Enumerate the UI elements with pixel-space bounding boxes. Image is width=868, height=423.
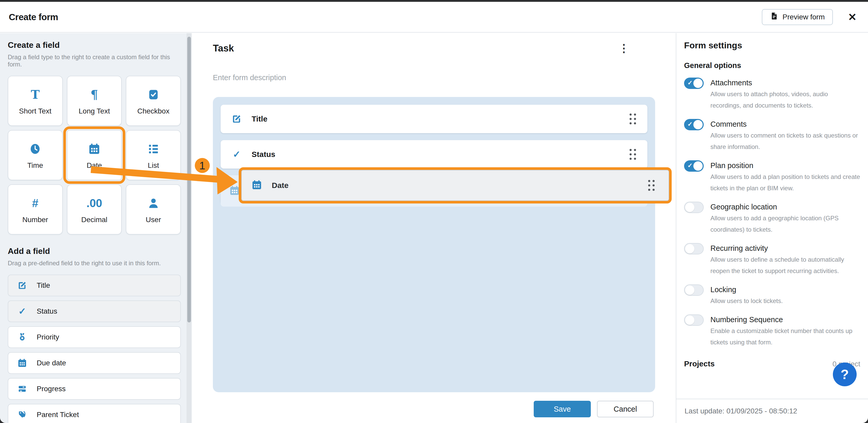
option-plan-position: ✓ Plan position Allow users to add a pla… <box>684 160 860 194</box>
close-icon[interactable]: ✕ <box>848 12 857 22</box>
option-comments: ✓ Comments Allow users to comment on tic… <box>684 119 860 152</box>
form-description-input[interactable]: Enter form description <box>213 74 676 82</box>
cancel-button[interactable]: Cancel <box>597 401 654 417</box>
add-field-title: Add a field <box>8 246 181 256</box>
check-icon: ✓ <box>17 307 27 316</box>
list-icon <box>148 141 159 157</box>
predefined-field-progress[interactable]: Progress <box>8 378 181 400</box>
checkbox-icon <box>148 86 159 103</box>
field-type-long-text[interactable]: ¶ Long Text <box>67 76 122 126</box>
check-icon: ✓ <box>231 150 242 159</box>
field-type-checkbox[interactable]: Checkbox <box>126 76 181 126</box>
field-type-time[interactable]: Time <box>8 130 63 180</box>
paragraph-icon: ¶ <box>90 86 98 103</box>
form-settings-panel: Form settings General options ✓ Attachme… <box>676 33 868 423</box>
create-field-title: Create a field <box>8 40 181 50</box>
field-type-grid: T Short Text ¶ Long Text Checkbox Time <box>8 76 181 234</box>
field-type-short-text[interactable]: T Short Text <box>8 76 63 126</box>
form-settings-title: Form settings <box>684 40 860 50</box>
field-type-number[interactable]: # Number <box>8 185 63 234</box>
form-name-input[interactable]: Task <box>213 43 234 54</box>
field-palette-sidebar: Create a field Drag a field type to the … <box>0 33 192 423</box>
create-form-dialog: Create form Preview form ✕ Create a fiel… <box>0 2 868 423</box>
geographic-location-toggle[interactable] <box>684 202 704 213</box>
edit-icon <box>231 114 242 124</box>
dragged-date-field[interactable]: Date <box>239 167 672 203</box>
sidebar-scrollbar-thumb[interactable] <box>187 37 191 322</box>
option-recurring-activity: Recurring activity Allow users to define… <box>684 243 860 277</box>
drag-handle-icon[interactable] <box>648 180 655 191</box>
panel-divider <box>676 399 868 399</box>
document-icon <box>770 12 778 22</box>
dialog-header: Create form Preview form ✕ <box>0 2 868 33</box>
add-field-description: Drag a pre-defined field to the right to… <box>8 260 181 267</box>
predefined-field-parent-ticket[interactable]: Parent Ticket <box>8 404 181 423</box>
projects-label: Projects <box>684 359 715 368</box>
option-numbering-sequence: Numbering Sequence Enable a customizable… <box>684 314 860 348</box>
hash-icon: # <box>32 195 38 212</box>
form-canvas: Task ⋮ Enter form description Title ✓ St… <box>192 33 676 423</box>
drag-handle-icon[interactable] <box>629 149 636 160</box>
form-row-status[interactable]: ✓ Status <box>221 140 647 169</box>
option-attachments: ✓ Attachments Allow users to attach phot… <box>684 78 860 111</box>
progress-icon <box>17 384 27 394</box>
predefined-field-priority[interactable]: Priority <box>8 326 181 348</box>
option-locking: Locking Allow users to lock tickets. <box>684 284 860 307</box>
preview-form-label: Preview form <box>782 13 825 21</box>
clock-icon <box>29 141 41 157</box>
tag-icon <box>17 410 27 419</box>
field-type-decimal[interactable]: .00 Decimal <box>67 185 122 234</box>
decimal-icon: .00 <box>86 195 102 212</box>
predefined-field-due-date[interactable]: Due date <box>8 352 181 374</box>
create-field-description: Drag a field type to the right to create… <box>8 54 181 68</box>
save-button[interactable]: Save <box>534 401 591 417</box>
field-type-user[interactable]: User <box>126 185 181 234</box>
short-text-icon: T <box>31 86 39 103</box>
calendar-icon <box>88 141 100 157</box>
locking-toggle[interactable] <box>684 284 704 296</box>
medal-icon <box>17 333 27 342</box>
form-fields-container: Title ✓ Status Date <box>213 97 655 392</box>
calendar-icon <box>252 180 262 191</box>
projects-row: Projects 0 project <box>684 359 860 368</box>
predefined-field-list: Title ✓ Status Priority Due date <box>8 275 181 423</box>
ghost-calendar-icon <box>229 186 240 197</box>
predefined-field-status[interactable]: ✓ Status <box>8 301 181 322</box>
form-row-title[interactable]: Title <box>221 105 647 133</box>
general-options-title: General options <box>684 61 860 70</box>
calendar-icon <box>17 358 27 368</box>
recurring-activity-toggle[interactable] <box>684 243 704 254</box>
user-icon <box>148 195 159 212</box>
preview-form-button[interactable]: Preview form <box>762 9 833 25</box>
kebab-menu-icon[interactable]: ⋮ <box>618 43 629 54</box>
edit-icon <box>17 281 27 290</box>
numbering-sequence-toggle[interactable] <box>684 314 704 326</box>
comments-toggle[interactable]: ✓ <box>684 119 704 130</box>
help-button[interactable]: ? <box>833 363 857 386</box>
question-mark-icon: ? <box>841 367 849 382</box>
drag-handle-icon[interactable] <box>629 113 636 124</box>
predefined-field-title[interactable]: Title <box>8 275 181 296</box>
plan-position-toggle[interactable]: ✓ <box>684 160 704 172</box>
sidebar-scrollbar-track[interactable] <box>187 33 192 423</box>
field-type-date[interactable]: Date <box>67 130 122 180</box>
field-type-list[interactable]: List <box>126 130 181 180</box>
page-title: Create form <box>9 12 58 22</box>
attachments-toggle[interactable]: ✓ <box>684 78 704 89</box>
option-geographic-location: Geographic location Allow users to add a… <box>684 202 860 235</box>
last-update-text: Last update: 01/09/2025 - 08:50:12 <box>685 407 797 415</box>
